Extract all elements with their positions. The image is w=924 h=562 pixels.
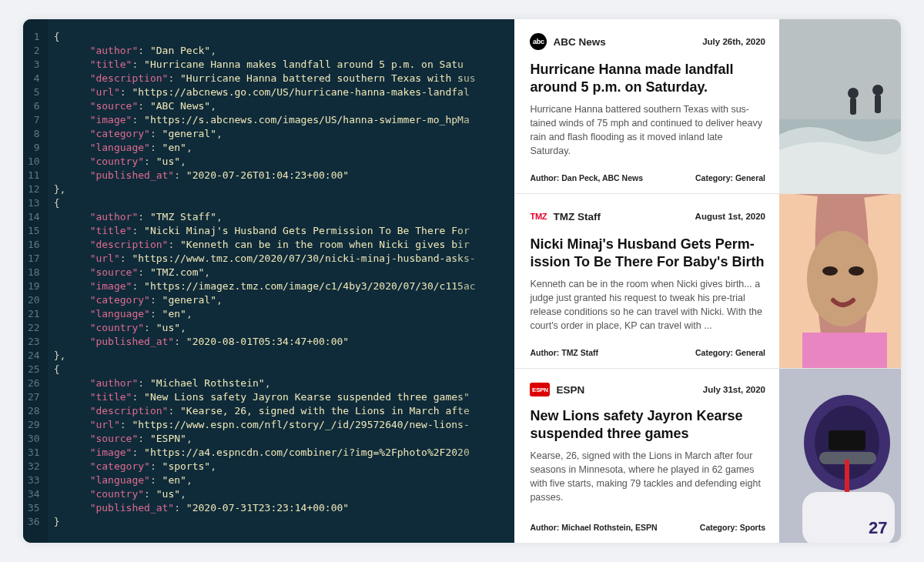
card-header: TMZ TMZ Staff August 1st, 2020 bbox=[530, 208, 765, 225]
svg-point-7 bbox=[807, 231, 878, 326]
svg-rect-0 bbox=[779, 19, 901, 119]
card-meta: Author: Michael Rothstein, ESPN Category… bbox=[530, 523, 765, 532]
card-author: Author: Michael Rothstein, ESPN bbox=[530, 523, 657, 532]
svg-point-9 bbox=[849, 266, 864, 276]
card-meta: Author: TMZ Staff Category: General bbox=[530, 348, 765, 357]
news-card[interactable]: TMZ TMZ Staff August 1st, 2020 Nicki Min… bbox=[514, 194, 901, 369]
svg-rect-10 bbox=[802, 333, 887, 368]
card-date: July 31st, 2020 bbox=[703, 385, 765, 394]
card-title: Hurricane Hanna made landfall around 5 p… bbox=[530, 61, 765, 96]
card-date: July 26th, 2020 bbox=[702, 37, 765, 46]
card-body: ESPN ESPN July 31st, 2020 New Lions safe… bbox=[514, 369, 779, 543]
card-header: ESPN ESPN July 31st, 2020 bbox=[530, 383, 765, 396]
svg-point-2 bbox=[848, 88, 859, 99]
card-author: Author: TMZ Staff bbox=[530, 348, 598, 357]
svg-rect-3 bbox=[850, 98, 856, 115]
card-description: Kenneth can be in the room when Nicki gi… bbox=[530, 277, 765, 339]
news-card[interactable]: abc ABC News July 26th, 2020 Hurricane H… bbox=[514, 19, 901, 194]
json-code-pane: 1234567891011121314151617181920212223242… bbox=[23, 19, 514, 543]
card-thumbnail bbox=[779, 19, 901, 193]
svg-point-8 bbox=[822, 266, 838, 276]
source-logo-icon: TMZ bbox=[530, 208, 547, 225]
svg-text:27: 27 bbox=[869, 518, 887, 537]
card-description: Hurricane Hanna battered southern Texas … bbox=[530, 102, 765, 164]
source-name: TMZ Staff bbox=[553, 211, 601, 222]
card-title: Nicki Minaj's Husband Gets Perm-ission T… bbox=[530, 236, 765, 271]
svg-point-4 bbox=[872, 85, 883, 95]
card-source: TMZ TMZ Staff bbox=[530, 208, 601, 225]
card-category: Category: General bbox=[695, 348, 765, 357]
line-number-gutter: 1234567891011121314151617181920212223242… bbox=[23, 19, 48, 543]
app-frame: 1234567891011121314151617181920212223242… bbox=[23, 19, 901, 543]
card-category: Category: General bbox=[695, 173, 765, 182]
svg-rect-5 bbox=[875, 95, 881, 113]
card-header: abc ABC News July 26th, 2020 bbox=[530, 33, 765, 50]
news-card[interactable]: ESPN ESPN July 31st, 2020 New Lions safe… bbox=[514, 369, 901, 543]
source-name: ESPN bbox=[556, 384, 584, 396]
card-category: Category: Sports bbox=[700, 523, 765, 532]
card-body: abc ABC News July 26th, 2020 Hurricane H… bbox=[514, 19, 779, 193]
card-source: ESPN ESPN bbox=[530, 383, 584, 396]
card-body: TMZ TMZ Staff August 1st, 2020 Nicki Min… bbox=[514, 194, 779, 368]
card-thumbnail: 27 bbox=[779, 369, 901, 543]
source-logo-icon: ESPN bbox=[530, 383, 550, 396]
card-source: abc ABC News bbox=[530, 33, 605, 50]
card-meta: Author: Dan Peck, ABC News Category: Gen… bbox=[530, 173, 765, 182]
news-cards-pane: abc ABC News July 26th, 2020 Hurricane H… bbox=[514, 19, 901, 543]
svg-rect-14 bbox=[829, 430, 865, 450]
json-code-block[interactable]: { "author": "Dan Peck", "title": "Hurric… bbox=[48, 19, 476, 543]
card-title: New Lions safety Jayron Kearse suspended… bbox=[530, 407, 765, 443]
card-description: Kearse, 26, signed with the Lions in Mar… bbox=[530, 449, 765, 513]
source-name: ABC News bbox=[553, 36, 605, 48]
card-date: August 1st, 2020 bbox=[695, 212, 765, 221]
card-author: Author: Dan Peck, ABC News bbox=[530, 173, 643, 182]
card-thumbnail bbox=[779, 194, 901, 368]
source-logo-icon: abc bbox=[530, 33, 547, 50]
